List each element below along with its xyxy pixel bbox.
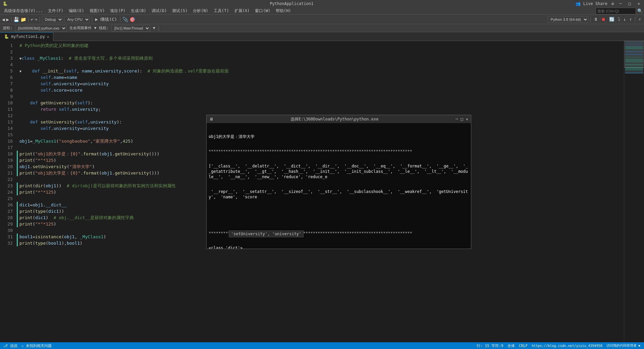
token-plain: .: [51, 81, 54, 86]
code-line-8: self.score=score: [17, 87, 624, 93]
thread-dropdown[interactable]: [0x1] MainThread: [111, 25, 150, 32]
terminal-output-line-3: '__repr__', '__setattr__', '__sizeof__',…: [209, 189, 469, 200]
settings-icon[interactable]: ⚙: [611, 1, 614, 6]
token-plain: [19, 100, 30, 105]
line-number-12: 12: [0, 112, 13, 119]
line-number-6: 6: [0, 74, 13, 81]
pause-btn[interactable]: ⏸: [593, 17, 599, 22]
token-plain: ): [104, 234, 106, 239]
token-var: obj1: [33, 202, 43, 207]
line-number-16: 16: [0, 138, 13, 144]
live-share-btn[interactable]: 👥 Live Share: [576, 1, 607, 6]
token-plain: (: [33, 221, 35, 227]
token-var: university: [54, 126, 80, 131]
python-version-dropdown[interactable]: Python 3.8 (64-bit): [548, 16, 588, 23]
terminal-stars-1: ****************************************…: [209, 149, 469, 154]
menu-item-help[interactable]: 帮助(H): [273, 7, 294, 14]
stop-btn[interactable]: ⏹: [600, 17, 607, 22]
terminal-minimize[interactable]: ─: [455, 117, 458, 121]
line-number-8: 8: [0, 87, 13, 93]
line-numbers: 1234567891011121314151617181920212223242…: [0, 41, 17, 342]
menu-item-project[interactable]: 项目(P): [107, 7, 128, 14]
token-var: bool1: [48, 241, 61, 246]
token-fn: print: [19, 241, 33, 246]
minimap: [624, 41, 644, 342]
restart-btn[interactable]: 🔄: [608, 17, 615, 22]
blog-link[interactable]: https://blog.csdn.net/yixiu_4394950: [532, 344, 602, 348]
redo-icon[interactable]: ↷: [35, 17, 37, 22]
continue-btn[interactable]: ▶ 继续(C): [94, 16, 118, 22]
token-var: university: [83, 126, 109, 131]
token-cm: # dir(obj)是可以获得对象的所有实例方法和实例属性: [67, 183, 176, 188]
token-str: "obj1的大学是：{0}": [35, 151, 80, 156]
exception-settings-btn[interactable]: ⚡: [637, 17, 642, 22]
git-branch[interactable]: ⎇ 说说: [3, 343, 17, 348]
tab-icon: 🐍: [4, 34, 9, 39]
save-all-icon[interactable]: 📁: [20, 17, 26, 22]
token-self-kw: self: [59, 107, 69, 112]
token-var: obj1: [19, 139, 30, 144]
title-bar-controls: 👥 Live Share ⚙ ─ □ ✕: [576, 1, 641, 6]
cpu-config-dropdown[interactable]: Any CPU: [64, 16, 90, 23]
right-panel-label[interactable]: 访问我的代码管理者 ▶: [606, 343, 641, 348]
line-number-4: 4: [0, 61, 13, 68]
debug-config-dropdown[interactable]: Debug: [42, 16, 63, 23]
token-cm: # 类名首字母大写，多个单词采用驼峰原则: [69, 56, 153, 61]
thread-label: 线程:: [99, 26, 109, 31]
terminal-output-line-2: ['__class__', '__delattr__', '__dict__',…: [209, 163, 469, 180]
step-out-btn[interactable]: ↑: [628, 17, 633, 22]
menu-item-file[interactable]: 文件(F): [45, 7, 66, 14]
token-kw: def: [30, 119, 38, 124]
token-var: __dict__: [46, 202, 67, 207]
menu-item-build[interactable]: 生成(B): [128, 7, 149, 14]
menu-item-debug[interactable]: 调试(D): [149, 7, 170, 14]
token-var: obj1: [102, 151, 112, 156]
menu-item-view[interactable]: 视图(V): [87, 7, 108, 14]
menu-item-window[interactable]: 窗口(W): [252, 7, 273, 14]
code-line-11: return self.university;: [17, 106, 624, 112]
process-dropdown[interactable]: [0x000063b0] python.exe: [15, 25, 67, 32]
token-str: "家里蹲大学": [93, 139, 120, 144]
attach-icon[interactable]: 📎: [122, 17, 128, 22]
maximize-button[interactable]: □: [627, 1, 632, 6]
token-plain: [38, 100, 41, 105]
token-var: bool1: [19, 234, 33, 239]
token-plain: (: [46, 209, 48, 214]
menu-item-tools[interactable]: 工具(T): [211, 7, 232, 14]
step-into-btn[interactable]: ↓: [623, 17, 627, 22]
token-fn: print: [19, 215, 33, 220]
events-label: 生命周期事件: [69, 26, 92, 31]
terminal-maximize[interactable]: □: [461, 117, 463, 121]
git-icon: ⎇: [3, 344, 8, 348]
menu-item-test[interactable]: 测试(S): [169, 7, 190, 14]
token-cls: _MyClass1: [37, 56, 61, 61]
token-fn: format: [83, 151, 99, 156]
token-fn: print: [19, 158, 33, 163]
token-fn: getUniversity: [115, 151, 149, 156]
terminal-close[interactable]: ✕: [466, 117, 468, 121]
minimize-button[interactable]: ─: [618, 1, 623, 6]
token-var: name: [54, 75, 64, 80]
toolbar-sep-4: [92, 17, 92, 22]
code-line-5: ▼ def __init__(self, name,university,sco…: [17, 68, 624, 74]
back-icon[interactable]: ◀: [2, 17, 5, 22]
menu-item-extensions[interactable]: 扩展(X): [232, 7, 253, 14]
undo-icon[interactable]: ↶: [31, 17, 33, 22]
tab-close-btn[interactable]: ✕: [47, 35, 49, 39]
warning-area[interactable]: ⚠ 未找到相关问题: [21, 343, 52, 348]
target-icon[interactable]: 🎯: [129, 17, 135, 22]
token-var: dic1: [19, 202, 30, 207]
token-plain: ),: [61, 241, 67, 246]
menu-item-analyze[interactable]: 分析(N): [190, 7, 211, 14]
save-icon[interactable]: 💾: [13, 17, 19, 22]
menu-item-edit[interactable]: 编辑(E): [66, 7, 87, 14]
search-input[interactable]: [596, 8, 636, 14]
forward-icon[interactable]: ▶: [6, 17, 9, 22]
token-plain: (: [63, 68, 66, 73]
minimap-line: [625, 69, 643, 69]
tab-myfunction1[interactable]: 🐍 myfunction1.py ✕: [0, 32, 53, 41]
close-button[interactable]: ✕: [636, 1, 641, 6]
menu-item-vsave[interactable]: 高级保存选项(V)...: [1, 7, 45, 14]
step-over-btn[interactable]: ⤵: [617, 17, 621, 22]
tab-label: myfunction1.py: [11, 34, 45, 39]
